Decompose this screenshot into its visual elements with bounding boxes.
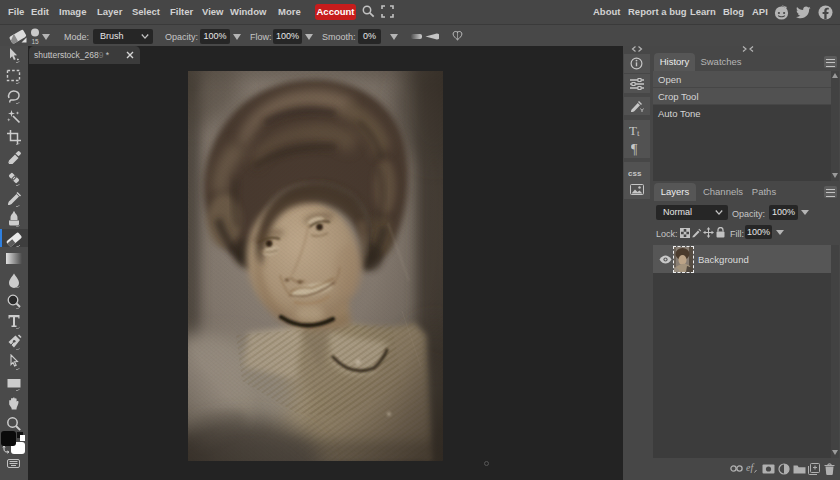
svg-text:css: css — [628, 169, 642, 177]
svg-text:15: 15 — [31, 38, 39, 45]
svg-text:t: t — [637, 128, 640, 137]
svg-text:¶: ¶ — [631, 142, 638, 156]
svg-text:ef: ef — [746, 463, 754, 473]
svg-text:T: T — [629, 123, 637, 137]
